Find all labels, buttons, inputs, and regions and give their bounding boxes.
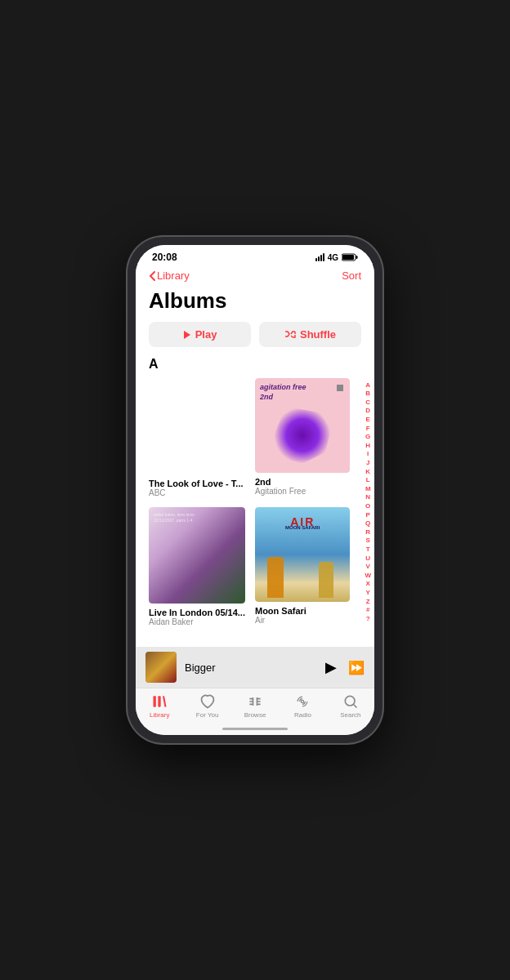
alpha-n[interactable]: N [365, 493, 371, 501]
home-indicator [222, 728, 288, 730]
album-item-air[interactable]: AIR MOON SAFARI Moon Safari Air [255, 507, 350, 626]
alpha-z[interactable]: Z [365, 598, 371, 606]
browse-icon [247, 693, 263, 710]
alpha-m[interactable]: M [365, 485, 371, 493]
page-title-section: Albums [136, 287, 374, 322]
section-letter-a: A [149, 357, 350, 372]
tab-for-you-label: For You [196, 711, 219, 719]
tab-library-label: Library [150, 711, 169, 719]
tab-radio-label: Radio [294, 711, 311, 719]
now-playing-art [145, 652, 177, 683]
album-art-agitation: agitation free 2nd [255, 378, 350, 473]
play-label: Play [195, 328, 217, 341]
tab-browse-label: Browse [244, 711, 266, 719]
page-title: Albums [149, 288, 226, 313]
now-playing-title: Bigger [185, 662, 317, 674]
alpha-w[interactable]: W [365, 572, 371, 580]
tab-radio[interactable]: Radio [279, 693, 326, 719]
now-playing-play-button[interactable]: ▶ [325, 658, 337, 676]
album-title-abc: The Look of Love - T... [149, 479, 245, 488]
svg-point-6 [345, 696, 355, 706]
tab-search-label: Search [340, 711, 360, 719]
album-art-aidan: aidan baker, lena levin 22/11/2007, part… [149, 507, 245, 604]
alpha-b[interactable]: B [365, 390, 371, 398]
alpha-v[interactable]: V [365, 563, 371, 571]
album-item-abc[interactable]: ABC: Look of Love The Very Best of ABC T… [149, 378, 245, 497]
album-title-aidan: Live In London 05/14... [149, 608, 245, 617]
status-icons: 4G [315, 253, 358, 262]
tab-browse[interactable]: Browse [231, 693, 279, 719]
alpha-l[interactable]: L [365, 476, 371, 484]
alpha-u[interactable]: U [365, 555, 371, 563]
alpha-i[interactable]: I [365, 450, 371, 458]
phone-frame: 20:08 4G [128, 237, 382, 743]
now-playing-bar[interactable]: Bigger ▶ ⏩ [136, 647, 374, 688]
sort-button[interactable]: Sort [342, 270, 361, 282]
alpha-d[interactable]: D [365, 407, 371, 415]
album-artist-agitation: Agitation Free [255, 487, 350, 496]
alpha-h[interactable]: H [365, 442, 371, 450]
now-playing-forward-button[interactable]: ⏩ [348, 660, 365, 675]
albums-grid: ABC: Look of Love The Very Best of ABC T… [149, 378, 350, 626]
search-icon [342, 693, 359, 710]
albums-content: A ABC: Look of Love [136, 357, 374, 647]
album-item-aidan[interactable]: aidan baker, lena levin 22/11/2007, part… [149, 507, 245, 626]
alpha-e[interactable]: E [365, 416, 371, 424]
tab-library[interactable]: Library [136, 693, 183, 719]
alpha-c[interactable]: C [365, 399, 371, 407]
battery-icon [342, 253, 358, 261]
album-artist-air: Air [255, 616, 350, 625]
nav-bar: Library Sort [136, 266, 374, 287]
svg-line-7 [354, 705, 357, 708]
album-art-air: AIR MOON SAFARI [255, 507, 350, 602]
network-type: 4G [328, 253, 338, 262]
action-buttons: Play Shuffle [136, 322, 374, 357]
album-item-agitation[interactable]: agitation free 2nd 2nd Agitation Free [255, 378, 350, 497]
back-button[interactable]: Library [149, 270, 190, 282]
signal-icon [315, 253, 324, 261]
alphabet-sidebar[interactable]: A B C D E F G H I J K L M N O P Q R S T [363, 357, 374, 647]
alpha-a[interactable]: A [365, 381, 371, 390]
albums-scroll[interactable]: A ABC: Look of Love [136, 357, 363, 647]
alpha-question[interactable]: ? [365, 615, 371, 623]
play-button[interactable]: Play [149, 322, 251, 347]
svg-rect-3 [154, 696, 156, 706]
status-time: 20:08 [152, 252, 177, 263]
album-title-agitation: 2nd [255, 477, 350, 487]
album-art-abc: ABC: Look of Love The Very Best of ABC [149, 378, 245, 474]
svg-rect-2 [342, 255, 354, 260]
alpha-j[interactable]: J [365, 459, 371, 467]
album-title-air: Moon Safari [255, 606, 350, 616]
alpha-hash[interactable]: # [365, 606, 371, 614]
alpha-s[interactable]: S [365, 537, 371, 545]
alpha-f[interactable]: F [365, 425, 371, 433]
now-playing-controls: ▶ ⏩ [325, 658, 365, 676]
phone-screen: 20:08 4G [136, 245, 374, 735]
alpha-o[interactable]: O [365, 502, 371, 510]
shuffle-button[interactable]: Shuffle [259, 322, 361, 347]
heart-icon [199, 693, 216, 710]
alpha-t[interactable]: T [365, 546, 371, 554]
tab-for-you[interactable]: For You [183, 693, 230, 719]
radio-icon [294, 693, 311, 710]
alpha-p[interactable]: P [365, 511, 371, 519]
album-artist-abc: ABC [149, 488, 245, 497]
library-icon [151, 693, 168, 710]
shuffle-label: Shuffle [300, 328, 336, 341]
alpha-r[interactable]: R [365, 528, 371, 537]
album-artist-aidan: Aidan Baker [149, 617, 245, 626]
alpha-x[interactable]: X [365, 580, 371, 588]
svg-rect-4 [159, 696, 161, 706]
alpha-q[interactable]: Q [365, 519, 371, 528]
alpha-g[interactable]: G [365, 433, 371, 441]
tab-search[interactable]: Search [327, 693, 374, 719]
status-bar: 20:08 4G [136, 245, 374, 266]
alpha-y[interactable]: Y [365, 589, 371, 597]
svg-point-5 [302, 700, 304, 702]
alpha-k[interactable]: K [365, 468, 371, 476]
svg-rect-1 [356, 256, 358, 259]
back-label: Library [157, 270, 190, 282]
